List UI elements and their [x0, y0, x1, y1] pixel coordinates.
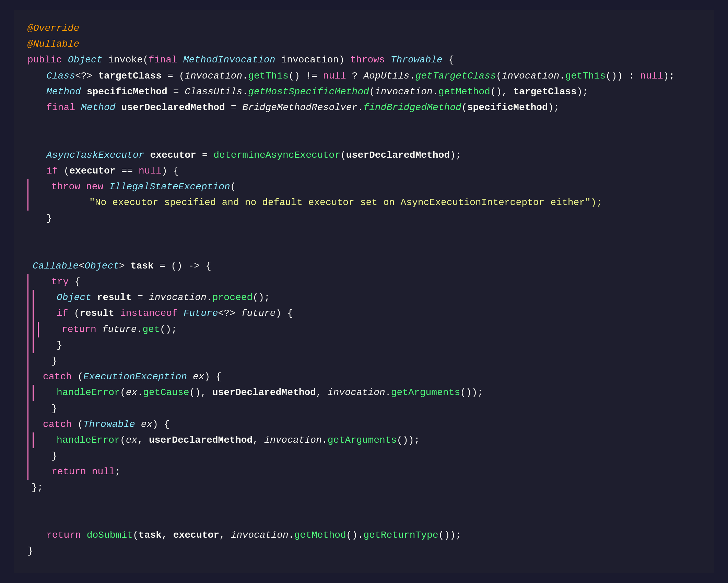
code-line-32 — [27, 512, 701, 527]
code-line-33: return doSubmit(task, executor, invocati… — [27, 527, 701, 543]
code-line-19: if (result instanceof Future<?> future) … — [27, 306, 701, 321]
code-line-10: if (executor == null) { — [27, 163, 701, 179]
code-line-5: Method specificMethod = ClassUtils.getMo… — [27, 84, 701, 100]
code-line-12: "No executor specified and no default ex… — [27, 195, 701, 211]
code-line-17: try { — [27, 274, 701, 290]
annotation-nullable: @Nullable — [27, 36, 79, 52]
code-line-31 — [27, 496, 701, 512]
code-line-15 — [27, 242, 701, 258]
code-line-1: @Override — [27, 21, 701, 36]
code-editor: @Override @Nullable public Object invoke… — [14, 10, 714, 573]
code-line-28: } — [27, 448, 701, 464]
code-line-16: Callable<Object> task = () -> { — [27, 258, 701, 274]
code-line-23: catch (ExecutionException ex) { — [27, 369, 701, 385]
code-line-7 — [27, 116, 701, 131]
code-line-26: catch (Throwable ex) { — [27, 417, 701, 432]
code-line-21: } — [27, 337, 701, 353]
code-line-25: } — [27, 401, 701, 417]
code-line-34: } — [27, 543, 701, 559]
code-line-30: }; — [27, 480, 701, 496]
code-line-4: Class<?> targetClass = (invocation.getTh… — [27, 68, 701, 84]
code-line-22: } — [27, 353, 701, 369]
code-line-24: handleError(ex.getCause(), userDeclaredM… — [27, 385, 701, 401]
code-line-3: public Object invoke(final MethodInvocat… — [27, 52, 701, 68]
code-line-2: @Nullable — [27, 36, 701, 52]
code-line-8 — [27, 131, 701, 147]
code-line-27: handleError(ex, userDeclaredMethod, invo… — [27, 432, 701, 448]
annotation-override: @Override — [27, 21, 79, 36]
code-line-20: return future.get(); — [27, 322, 701, 337]
code-line-29: return null; — [27, 464, 701, 480]
code-line-18: Object result = invocation.proceed(); — [27, 290, 701, 306]
code-line-9: AsyncTaskExecutor executor = determineAs… — [27, 147, 701, 163]
code-line-14 — [27, 226, 701, 242]
code-line-6: final Method userDeclaredMethod = Bridge… — [27, 100, 701, 116]
code-line-13: } — [27, 211, 701, 226]
code-line-11: throw new IllegalStateException( — [27, 179, 701, 195]
